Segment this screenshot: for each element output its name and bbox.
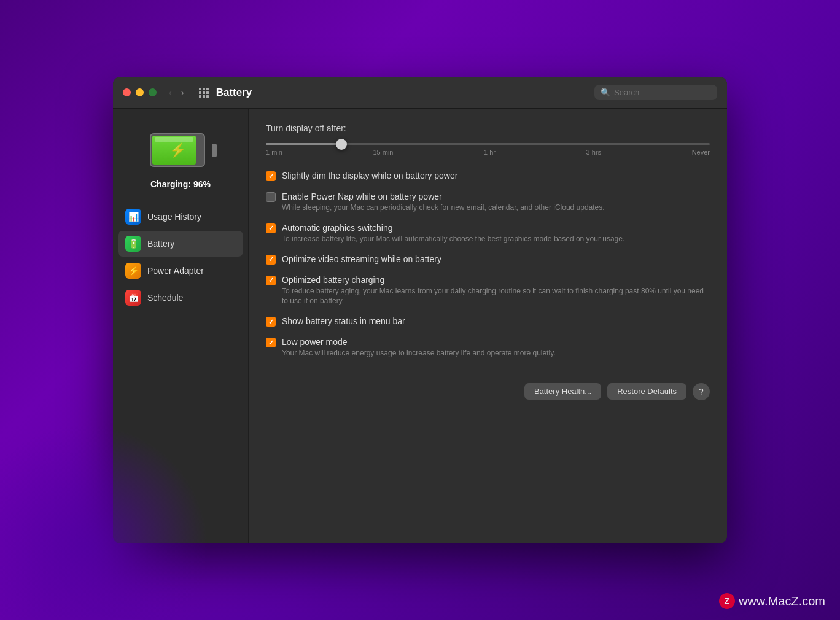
window-title: Battery: [216, 87, 587, 99]
battery-tip: [212, 144, 217, 157]
battery-visual: ⚡: [150, 133, 211, 167]
checkmark-icon: ✓: [268, 172, 274, 180]
checkbox-optimized-charging-input[interactable]: ✓: [266, 276, 276, 285]
checkbox-power-nap-desc: While sleeping, your Mac can periodicall…: [282, 203, 710, 213]
grid-icon: [199, 88, 209, 98]
checkmark-icon: ✓: [268, 224, 274, 232]
checkbox-auto-graphics-label: Automatic graphics switching: [282, 223, 710, 233]
bottom-bar: Battery Health... Restore Defaults ?: [266, 373, 710, 400]
checkbox-optimized-charging[interactable]: ✓ Optimized battery charging To reduce b…: [266, 275, 710, 307]
watermark: Z www.MacZ.com: [719, 593, 825, 609]
checkbox-video-streaming[interactable]: ✓ Optimize video streaming while on batt…: [266, 254, 710, 265]
checkbox-battery-status[interactable]: ✓ Show battery status in menu bar: [266, 316, 710, 327]
back-arrow[interactable]: ‹: [166, 86, 174, 99]
display-off-section: Turn display off after: 1 min 15 min 1 h…: [266, 123, 710, 156]
nav-arrows: ‹ ›: [166, 86, 187, 99]
forward-arrow[interactable]: ›: [178, 86, 186, 99]
watermark-icon: Z: [719, 593, 735, 609]
checkbox-video-streaming-input[interactable]: ✓: [266, 255, 276, 265]
checkbox-dim-display[interactable]: ✓ Slightly dim the display while on batt…: [266, 171, 710, 182]
checkbox-power-nap-input[interactable]: [266, 192, 276, 202]
search-icon: 🔍: [601, 88, 610, 97]
system-preferences-window: ‹ › Battery 🔍 ⚡: [113, 77, 727, 543]
battery-icon: ⚡: [150, 133, 211, 167]
battery-nav-icon: 🔋: [125, 236, 141, 252]
usage-history-label: Usage History: [147, 212, 201, 222]
battery-label: Battery: [147, 239, 174, 249]
tick-1hr: 1 hr: [484, 149, 496, 156]
tick-1min: 1 min: [266, 149, 282, 156]
help-button[interactable]: ?: [693, 383, 710, 400]
window-controls: [123, 88, 157, 96]
sidebar-item-power-adapter[interactable]: ⚡ Power Adapter: [118, 258, 243, 284]
battery-status-label: Charging: 96%: [150, 179, 211, 189]
sidebar-item-usage-history[interactable]: 📊 Usage History: [118, 204, 243, 230]
battery-body: ⚡: [150, 133, 205, 167]
slider-container: [266, 143, 710, 145]
slider-fill: [266, 143, 346, 145]
usage-history-icon: 📊: [125, 209, 141, 225]
right-panel: Turn display off after: 1 min 15 min 1 h…: [248, 109, 727, 543]
search-input[interactable]: [614, 88, 711, 97]
sidebar-item-schedule[interactable]: 📅 Schedule: [118, 285, 243, 311]
checkbox-dim-display-input[interactable]: ✓: [266, 171, 276, 181]
sidebar: ⚡ Charging: 96% 📊 Usage History 🔋 Batter…: [113, 109, 248, 543]
slider-thumb[interactable]: [336, 139, 347, 150]
watermark-text: www.MacZ.com: [739, 594, 825, 608]
checkbox-auto-graphics-content: Automatic graphics switching To increase…: [282, 223, 710, 244]
battery-bolt-icon: ⚡: [169, 142, 186, 158]
tick-15min: 15 min: [373, 149, 393, 156]
checkmark-icon: ✓: [268, 276, 274, 284]
sidebar-nav: 📊 Usage History 🔋 Battery ⚡ Power Adapte…: [113, 204, 248, 312]
checkbox-power-nap-content: Enable Power Nap while on battery power …: [282, 192, 710, 213]
power-adapter-label: Power Adapter: [147, 266, 204, 276]
checkbox-auto-graphics-desc: To increase battery life, your Mac will …: [282, 234, 710, 244]
checkbox-optimized-charging-label: Optimized battery charging: [282, 275, 710, 285]
slider-track: [266, 143, 710, 145]
display-off-label: Turn display off after:: [266, 123, 710, 133]
schedule-label: Schedule: [147, 293, 183, 303]
checkbox-low-power-input[interactable]: ✓: [266, 338, 276, 347]
sidebar-item-battery[interactable]: 🔋 Battery: [118, 231, 243, 257]
checkbox-auto-graphics[interactable]: ✓ Automatic graphics switching To increa…: [266, 223, 710, 244]
checkbox-dim-display-content: Slightly dim the display while on batter…: [282, 171, 710, 182]
battery-health-button[interactable]: Battery Health...: [524, 383, 601, 400]
checkbox-video-streaming-content: Optimize video streaming while on batter…: [282, 254, 710, 265]
checkbox-optimized-charging-desc: To reduce battery aging, your Mac learns…: [282, 286, 710, 307]
checkbox-low-power[interactable]: ✓ Low power mode Your Mac will reduce en…: [266, 337, 710, 358]
slider-ticks: 1 min 15 min 1 hr 3 hrs Never: [266, 149, 710, 156]
checkbox-video-streaming-label: Optimize video streaming while on batter…: [282, 254, 710, 264]
checkbox-dim-display-label: Slightly dim the display while on batter…: [282, 171, 710, 180]
restore-defaults-button[interactable]: Restore Defaults: [607, 383, 686, 400]
checkbox-power-nap[interactable]: Enable Power Nap while on battery power …: [266, 192, 710, 213]
checkbox-battery-status-content: Show battery status in menu bar: [282, 316, 710, 327]
maximize-button[interactable]: [149, 88, 157, 96]
minimize-button[interactable]: [136, 88, 144, 96]
checkmark-icon: ✓: [268, 339, 274, 347]
checkmark-icon: ✓: [268, 318, 274, 326]
checkmark-icon: ✓: [268, 255, 274, 263]
checkbox-battery-status-input[interactable]: ✓: [266, 317, 276, 327]
checkbox-low-power-content: Low power mode Your Mac will reduce ener…: [282, 337, 710, 358]
checkbox-battery-status-label: Show battery status in menu bar: [282, 316, 710, 326]
schedule-icon: 📅: [125, 290, 141, 306]
checkbox-low-power-desc: Your Mac will reduce energy usage to inc…: [282, 348, 710, 358]
checkbox-optimized-charging-content: Optimized battery charging To reduce bat…: [282, 275, 710, 307]
title-bar: ‹ › Battery 🔍: [113, 77, 727, 109]
tick-never: Never: [692, 149, 710, 156]
checkbox-low-power-label: Low power mode: [282, 337, 710, 347]
tick-3hrs: 3 hrs: [586, 149, 601, 156]
search-box[interactable]: 🔍: [594, 85, 717, 100]
checkbox-power-nap-label: Enable Power Nap while on battery power: [282, 192, 710, 201]
power-adapter-icon: ⚡: [125, 263, 141, 279]
checkbox-auto-graphics-input[interactable]: ✓: [266, 223, 276, 233]
close-button[interactable]: [123, 88, 131, 96]
main-content: ⚡ Charging: 96% 📊 Usage History 🔋 Batter…: [113, 109, 727, 543]
